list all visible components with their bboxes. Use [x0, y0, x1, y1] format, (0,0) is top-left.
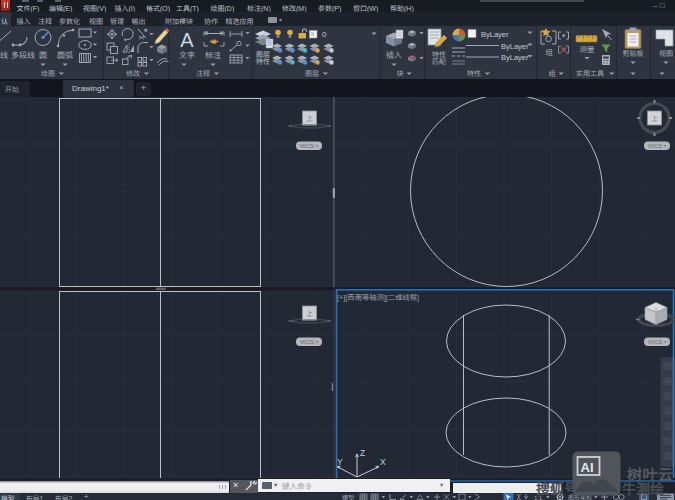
- svg-text:图层: 图层: [256, 51, 270, 58]
- svg-text:AI: AI: [581, 460, 594, 475]
- svg-text:组: 组: [549, 70, 556, 77]
- svg-text:上: 上: [306, 310, 313, 317]
- svg-text:WCS: WCS: [300, 143, 314, 149]
- svg-text:Z: Z: [360, 448, 365, 458]
- svg-text:ByLayer: ByLayer: [481, 30, 509, 39]
- svg-text:剪贴板: 剪贴板: [623, 50, 644, 57]
- svg-text:修改: 修改: [126, 70, 140, 77]
- svg-text:插入: 插入: [386, 51, 402, 60]
- svg-text:匹配: 匹配: [432, 58, 446, 65]
- svg-text:组: 组: [545, 48, 553, 57]
- svg-text:特性: 特性: [432, 51, 446, 58]
- svg-text:A: A: [180, 29, 194, 51]
- svg-text:标注: 标注: [205, 51, 221, 60]
- svg-text:文字: 文字: [179, 51, 195, 60]
- svg-text:圆弧: 圆弧: [57, 51, 73, 60]
- svg-text:测量: 测量: [580, 45, 595, 54]
- svg-text:线: 线: [0, 51, 8, 60]
- svg-text:多段线: 多段线: [11, 51, 35, 60]
- svg-text:ByLayer: ByLayer: [501, 42, 529, 51]
- svg-text:块: 块: [397, 70, 404, 77]
- svg-text:特性: 特性: [467, 70, 481, 77]
- svg-text:特性: 特性: [256, 58, 270, 65]
- svg-text:图层: 图层: [305, 70, 319, 77]
- svg-text:上: 上: [653, 306, 658, 312]
- svg-text:模型: 模型: [342, 493, 354, 500]
- svg-text:实用工具: 实用工具: [576, 70, 604, 77]
- svg-text:视图: 视图: [659, 50, 673, 57]
- svg-text:X: X: [380, 457, 386, 467]
- svg-text:0: 0: [322, 30, 327, 39]
- svg-text:WCS: WCS: [648, 339, 662, 345]
- svg-text:圆: 圆: [39, 51, 47, 60]
- svg-text:上: 上: [306, 115, 313, 122]
- svg-text:注释: 注释: [196, 70, 210, 77]
- svg-text:Y: Y: [337, 457, 343, 467]
- svg-text:WCS: WCS: [300, 339, 314, 345]
- svg-text:WCS: WCS: [648, 143, 662, 149]
- svg-text:ByLayer: ByLayer: [501, 53, 529, 62]
- svg-text:[+][西南等轴测][二维线框]: [+][西南等轴测][二维线框]: [337, 293, 419, 302]
- svg-text:绘图: 绘图: [41, 70, 55, 77]
- svg-text:上: 上: [651, 115, 658, 122]
